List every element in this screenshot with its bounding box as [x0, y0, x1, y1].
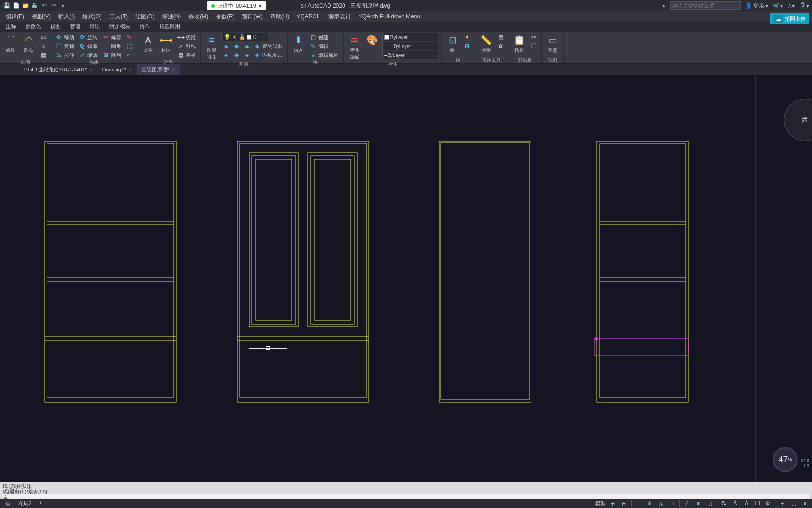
upload-button[interactable]: ☁ 拍照上传: [770, 13, 809, 24]
osnap-icon[interactable]: □: [668, 500, 677, 507]
copy-clip-icon[interactable]: ❐: [529, 42, 539, 50]
open-icon[interactable]: 📁: [22, 2, 29, 9]
fullscreen-icon[interactable]: ⛶: [789, 500, 798, 507]
menu-yqarch-pulldown[interactable]: YQArch Pull-down Menu: [359, 13, 420, 20]
close-icon[interactable]: ×: [172, 67, 175, 72]
cut-icon[interactable]: ✂: [529, 33, 539, 41]
layout-tab-2[interactable]: 布局2: [16, 499, 34, 508]
table-button[interactable]: ▦表格: [176, 51, 197, 59]
edit-block-button[interactable]: ✎编辑: [308, 42, 340, 50]
layer-dropdown[interactable]: 💡 ☀ 🔓 0: [221, 33, 268, 41]
linear-button[interactable]: ⟷线性: [176, 33, 197, 41]
info-arrow-icon[interactable]: ▸: [663, 2, 665, 9]
otrack-icon[interactable]: ∠: [683, 500, 691, 507]
menu-parametric[interactable]: 参数(P): [216, 13, 234, 21]
dimension-button[interactable]: ⟷标注: [158, 33, 174, 55]
menu-window[interactable]: 窗口(W): [242, 13, 262, 21]
array-button[interactable]: ⊞阵列: [101, 51, 123, 59]
arc-button[interactable]: ◠圆弧: [21, 33, 37, 55]
move-button[interactable]: ✥移动: [54, 33, 76, 41]
ribbon-tab-addins[interactable]: 附加模块: [106, 22, 134, 32]
command-line[interactable]: 戉 [放弃(U)]: 戉[退出(E)/放弃(U)]: 令: [0, 482, 812, 499]
util-icon1[interactable]: ▦: [496, 33, 505, 41]
polar-icon[interactable]: ✳: [646, 500, 654, 507]
group-opt1-icon[interactable]: ✦: [462, 33, 472, 41]
plus-icon[interactable]: +: [778, 500, 787, 507]
anno-vis-icon[interactable]: Å: [742, 500, 751, 507]
group-button[interactable]: ⊡组: [445, 33, 461, 55]
layout-tab-model[interactable]: 型: [3, 499, 14, 508]
group-opt2-icon[interactable]: ⊟: [462, 42, 472, 50]
cycle-icon[interactable]: 🗘: [720, 500, 728, 507]
measure-button[interactable]: 📏测量: [478, 33, 494, 55]
ribbon-tab-featured[interactable]: 精选应用: [156, 22, 184, 32]
zoom-indicator[interactable]: 47%: [773, 447, 798, 472]
layer-icon3[interactable]: ◈: [242, 42, 251, 50]
create-block-button[interactable]: ◫创建: [308, 33, 340, 41]
basepoint-button[interactable]: ▭基点: [545, 33, 561, 55]
menu-tools[interactable]: 工具(T): [109, 13, 128, 21]
menu-format[interactable]: 格式(O): [82, 13, 102, 21]
search-input[interactable]: [670, 1, 741, 10]
gear-icon[interactable]: ⚙: [764, 500, 772, 507]
util-icon2[interactable]: ✿: [496, 42, 505, 50]
mod-ext2-icon[interactable]: ⬚: [125, 42, 134, 50]
match-layer-button[interactable]: ◈匹配图层: [252, 51, 284, 59]
paste-button[interactable]: 📋粘贴: [511, 33, 527, 55]
match-properties-button[interactable]: ≋特性 匹配: [346, 33, 362, 61]
ribbon-tab-view[interactable]: 视图: [47, 22, 64, 32]
scale-readout[interactable]: 1:1: [754, 500, 761, 506]
mod-ext3-icon[interactable]: ⊂: [125, 51, 134, 59]
menu-insert[interactable]: 插入(I): [58, 13, 75, 21]
line-button[interactable]: ⌒绘图: [3, 33, 19, 55]
saveas-icon[interactable]: 📄: [12, 2, 20, 9]
layer-properties-button[interactable]: ≡图层 特性: [203, 33, 219, 61]
insert-block-button[interactable]: ⬇插入: [290, 33, 306, 55]
drawing-canvas[interactable]: 西 47% 67.54.9: [0, 75, 812, 482]
properties-palette-icon[interactable]: 🎨: [364, 33, 380, 47]
leader-button[interactable]: ↗引线: [176, 42, 197, 50]
save-icon[interactable]: 💾: [3, 2, 10, 9]
rotate-button[interactable]: ⟳旋转: [78, 33, 99, 41]
help-icon[interactable]: ❔▾: [799, 2, 809, 9]
sign-in-button[interactable]: 👤 登录 ▾: [745, 2, 768, 10]
doc-tab-2[interactable]: Drawing1*×: [98, 65, 137, 74]
anno-scale-icon[interactable]: Å: [731, 500, 740, 507]
hatch-button[interactable]: ▦: [39, 51, 48, 59]
edit-attr-button[interactable]: ℮编辑属性: [308, 51, 340, 59]
mod-ext1-icon[interactable]: ✎: [125, 33, 134, 41]
layer-icon6[interactable]: ◈: [242, 51, 251, 59]
custom-icon[interactable]: ≡: [801, 500, 809, 507]
menu-yuanquan[interactable]: 源泉设计: [328, 13, 351, 21]
layout-tab-add[interactable]: +: [36, 499, 45, 508]
copy-button[interactable]: ❐复制: [54, 42, 76, 50]
new-doc-button[interactable]: +: [180, 66, 190, 73]
menu-dimension[interactable]: 标注(N): [162, 13, 181, 21]
fillet-button[interactable]: ◟圆角: [101, 42, 123, 50]
color-dropdown[interactable]: ByLayer: [382, 33, 438, 41]
layer-icon4[interactable]: ◈: [221, 51, 231, 59]
close-icon[interactable]: ×: [90, 67, 93, 72]
undo-icon[interactable]: ↶: [40, 2, 48, 9]
app-switch-icon[interactable]: △▾: [788, 2, 795, 9]
print-icon[interactable]: 🖶: [31, 2, 39, 9]
iso-icon[interactable]: ◬: [657, 500, 665, 507]
qat-more-icon[interactable]: ▾: [59, 2, 67, 9]
model-space-button[interactable]: 模型: [595, 500, 606, 507]
menu-yqarch[interactable]: YQARCH: [297, 13, 320, 20]
snap-icon[interactable]: ⊟: [620, 500, 628, 507]
layer-icon2[interactable]: ◈: [232, 42, 241, 50]
menu-view[interactable]: 视图(V): [32, 13, 51, 21]
transparency-icon[interactable]: ◫: [705, 500, 714, 507]
cart-icon[interactable]: 🛒▾: [773, 2, 783, 9]
badge-dropdown-icon[interactable]: ▾: [259, 3, 262, 9]
set-current-layer-button[interactable]: ◈置为当前: [252, 42, 284, 50]
text-button[interactable]: A文字: [140, 33, 156, 55]
close-icon[interactable]: ×: [129, 67, 132, 72]
menu-help[interactable]: 帮助(H): [270, 13, 289, 21]
menu-draw[interactable]: 绘图(D): [135, 13, 155, 21]
lineweight-icon[interactable]: ≡: [694, 500, 703, 507]
scale-button[interactable]: ⤢缩放: [78, 51, 99, 59]
ribbon-tab-collab[interactable]: 协作: [136, 22, 154, 32]
ortho-icon[interactable]: ∟: [634, 500, 643, 507]
